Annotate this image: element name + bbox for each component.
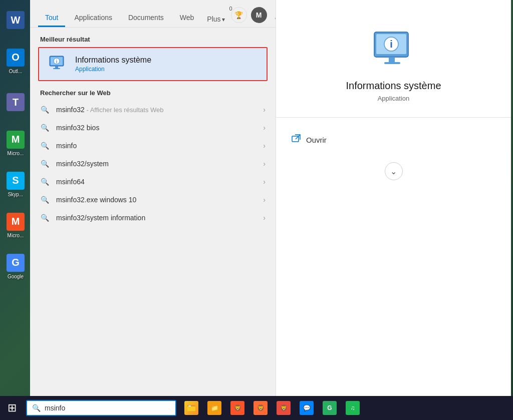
best-result-text: Informations système Application [75, 56, 151, 73]
windows-icon: ⊞ [8, 401, 17, 414]
search-icon-3: 🔍 [40, 160, 49, 168]
search-result-item-2[interactable]: 🔍 msinfo › [30, 137, 276, 155]
chevron-down-icon: ⌄ [390, 167, 397, 176]
green-icon: G [323, 401, 337, 415]
expand-button[interactable]: ⌄ [385, 162, 403, 180]
filemgr-icon: 📁 [207, 401, 221, 415]
web-search-label: Rechercher sur le Web [30, 81, 276, 101]
svg-rect-12 [384, 62, 400, 64]
taskbar-app-messaging[interactable]: 💬 [296, 397, 318, 419]
explorer-icon [184, 401, 198, 415]
taskbar-apps: 📁 🦁 🦁 🦁 💬 G ♫ [180, 397, 364, 419]
svg-rect-16 [188, 405, 191, 406]
divider [276, 117, 511, 118]
desktop-icon-label: Outl... [9, 69, 23, 74]
search-icon-4: 🔍 [40, 178, 49, 186]
desktop-icon-microsoft2[interactable]: M Micro... [0, 205, 31, 245]
taskbar-app-brave2[interactable]: 🦁 [249, 397, 272, 419]
microsoft2-label: Micro... [8, 233, 24, 238]
search-icon-0: 🔍 [40, 106, 49, 114]
messaging-icon: 💬 [300, 401, 314, 415]
taskbar-app-explorer[interactable] [180, 397, 202, 419]
desktop-icon-skype[interactable]: S Skyp... [0, 164, 31, 204]
tab-plus[interactable]: Plus ▾ [203, 0, 228, 27]
tab-web[interactable]: Web [173, 0, 201, 27]
teams-icon: T [7, 93, 25, 111]
trophy-icon: 🏆 [234, 11, 243, 19]
taskbar-app-spotify[interactable]: ♫ [342, 397, 364, 419]
search-result-item-1[interactable]: 🔍 msinfo32 bios › [30, 119, 276, 137]
tab-tout[interactable]: Tout [38, 0, 65, 27]
word-icon: W [7, 11, 25, 29]
spotify-icon: ♫ [346, 401, 360, 415]
skype-icon: S [7, 172, 25, 190]
microsoft-icon: M [7, 131, 25, 149]
arrow-icon-6: › [263, 214, 266, 222]
arrow-icon-5: › [263, 196, 266, 204]
search-icon-6: 🔍 [40, 214, 49, 222]
arrow-icon-1: › [263, 124, 266, 132]
open-window-icon [291, 134, 301, 144]
badge-count: 0 [229, 6, 232, 12]
taskbar-search-box[interactable]: 🔍 msinfo [26, 400, 176, 416]
arrow-icon-0: › [263, 106, 266, 114]
desktop-icon-microsoft[interactable]: M Micro... [0, 123, 31, 163]
search-result-item-4[interactable]: 🔍 msinfo64 › [30, 173, 276, 191]
best-result-item[interactable]: i Informations système Application [38, 47, 268, 81]
outlook-icon: O [7, 49, 25, 67]
brave3-icon: 🦁 [277, 401, 291, 415]
start-button[interactable]: ⊞ [0, 396, 24, 420]
brave1-icon: 🦁 [230, 401, 244, 415]
tab-bar: Tout Applications Documents Web Plus ▾ 0… [30, 0, 276, 28]
desktop-sidebar: W O Outl... T M Micro... S Skyp... M Mic… [0, 0, 31, 396]
open-icon [291, 134, 301, 146]
right-panel: i Informations système Application Ouvri… [276, 0, 511, 396]
best-result-app-icon: i [47, 54, 67, 74]
tab-applications[interactable]: Applications [67, 0, 119, 27]
desktop-icon-outlook[interactable]: O Outl... [0, 41, 31, 81]
google-icon: G [7, 254, 25, 272]
microsoft2-icon: M [7, 213, 25, 231]
app-detail-title: Informations système [346, 80, 441, 92]
taskbar-app-green[interactable]: G [319, 397, 341, 419]
user-button[interactable]: M [251, 7, 267, 23]
arrow-icon-3: › [263, 160, 266, 168]
search-result-item-3[interactable]: 🔍 msinfo32/system › [30, 155, 276, 173]
google-label: Google [8, 274, 24, 279]
desktop-icon-word[interactable]: W [0, 0, 31, 40]
svg-rect-11 [389, 57, 395, 62]
open-label: Ouvrir [306, 136, 327, 144]
search-panel: Tout Applications Documents Web Plus ▾ 0… [30, 0, 511, 396]
search-icon-1: 🔍 [40, 124, 49, 132]
desktop-icon-google[interactable]: G Google [0, 246, 31, 286]
svg-rect-15 [187, 406, 195, 411]
taskbar-search-text: msinfo [45, 404, 65, 412]
search-result-item-6[interactable]: 🔍 msinfo32/system information › [30, 209, 276, 227]
search-icon-5: 🔍 [40, 196, 49, 204]
taskbar-app-filemgr[interactable]: 📁 [203, 397, 225, 419]
taskbar-search-icon: 🔍 [32, 404, 41, 412]
desktop-icon-teams[interactable]: T [0, 82, 31, 122]
app-detail-icon: i [371, 30, 416, 70]
taskbar-app-brave3[interactable]: 🦁 [273, 397, 295, 419]
search-result-item-0[interactable]: 🔍 msinfo32 - Afficher les résultats Web … [30, 101, 276, 119]
arrow-icon-2: › [263, 142, 266, 150]
search-results-list: 🔍 msinfo32 - Afficher les résultats Web … [30, 101, 276, 396]
search-icon-2: 🔍 [40, 142, 49, 150]
taskbar: ⊞ 🔍 msinfo 📁 🦁 🦁 🦁 💬 G ♫ [0, 396, 513, 420]
svg-text:i: i [390, 39, 393, 50]
best-result-label: Meilleur résultat [30, 28, 276, 47]
search-result-item-5[interactable]: 🔍 msinfo32.exe windows 10 › [30, 191, 276, 209]
app-detail-type: Application [378, 95, 410, 102]
svg-text:i: i [56, 59, 58, 64]
brave2-icon: 🦁 [253, 401, 268, 415]
left-panel: Tout Applications Documents Web Plus ▾ 0… [30, 0, 276, 396]
desktop-icon-label-2: Micro... [8, 151, 24, 156]
tab-documents[interactable]: Documents [121, 0, 171, 27]
skype-label: Skyp... [8, 192, 24, 197]
taskbar-app-brave1[interactable]: 🦁 [226, 397, 248, 419]
sysinfo-icon-small: i [48, 55, 67, 73]
trophy-button[interactable]: 0 🏆 [231, 7, 247, 23]
sysinfo-icon-large: i [371, 30, 416, 70]
open-button[interactable]: Ouvrir [276, 128, 511, 152]
